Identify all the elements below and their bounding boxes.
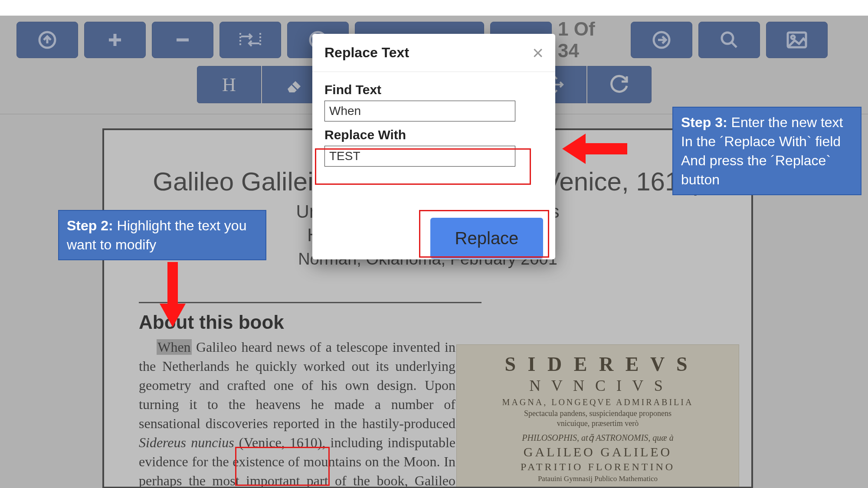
modal-header: Replace Text × bbox=[312, 34, 555, 72]
find-text-input[interactable] bbox=[324, 101, 515, 121]
replace-with-label: Replace With bbox=[324, 128, 543, 142]
svg-marker-9 bbox=[562, 134, 586, 164]
callout-step-2-bold: Step 2: bbox=[67, 218, 113, 233]
callout-step-3-bold: Step 3: bbox=[681, 115, 727, 130]
close-icon: × bbox=[532, 42, 544, 63]
annotation-redbox-highlight bbox=[235, 447, 330, 486]
svg-marker-7 bbox=[160, 304, 186, 327]
find-text-label: Find Text bbox=[324, 82, 543, 97]
callout-step-2: Step 2: Highlight the text you want to m… bbox=[58, 210, 266, 260]
annotation-redbox-replace-button bbox=[419, 210, 549, 258]
annotation-redbox-replace-field bbox=[315, 148, 531, 185]
annotation-arrow-down bbox=[160, 262, 186, 327]
callout-step-3: Step 3: Enter the new text In the ´Repla… bbox=[672, 107, 861, 195]
modal-close-button[interactable]: × bbox=[528, 43, 547, 62]
window-top-strip bbox=[0, 0, 868, 16]
modal-title: Replace Text bbox=[324, 45, 409, 61]
svg-rect-6 bbox=[167, 262, 178, 305]
svg-rect-8 bbox=[584, 143, 627, 154]
annotation-arrow-left bbox=[562, 134, 627, 164]
